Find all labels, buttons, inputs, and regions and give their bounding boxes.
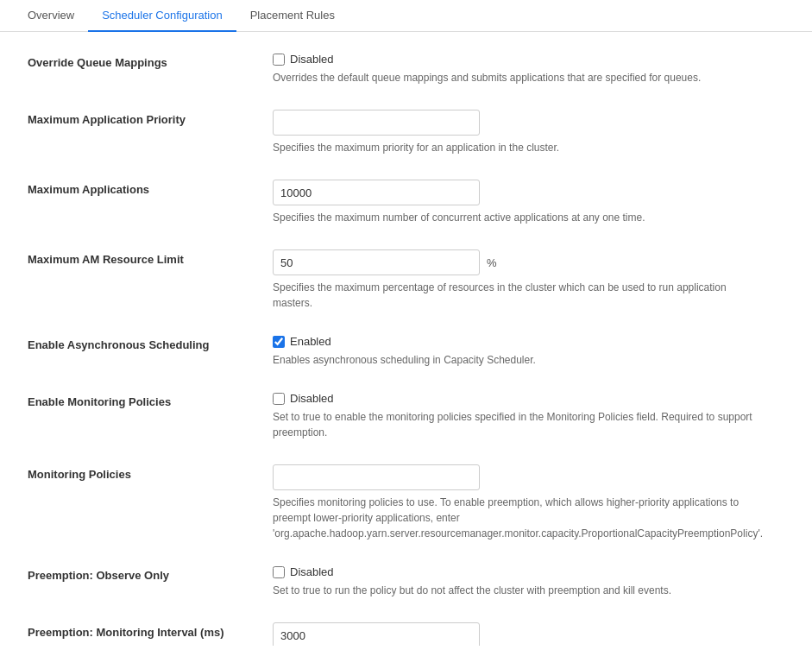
control-maximum-applications: Specifies the maximum number of concurre… xyxy=(273,180,784,225)
form-row-preemption-observe-only: Preemption: Observe OnlyDisabledSet to t… xyxy=(28,565,784,598)
tab-bar: OverviewScheduler ConfigurationPlacement… xyxy=(0,0,812,32)
form-row-override-queue-mappings: Override Queue MappingsDisabledOverrides… xyxy=(28,53,784,85)
control-enable-monitoring-policies: DisabledSet to true to enable the monito… xyxy=(273,392,784,440)
checkbox-row-enable-asynchronous-scheduling: Enabled xyxy=(273,335,784,348)
label-preemption-observe-only: Preemption: Observe Only xyxy=(28,565,252,582)
input-monitoring-policies[interactable] xyxy=(273,464,480,490)
label-override-queue-mappings: Override Queue Mappings xyxy=(28,53,252,69)
input-maximum-am-resource-limit[interactable] xyxy=(273,249,480,275)
input-maximum-application-priority[interactable] xyxy=(273,110,480,136)
control-maximum-application-priority: Specifies the maximum priority for an ap… xyxy=(273,110,784,155)
control-preemption-monitoring-interval: Milliseconds between invocations of the … xyxy=(273,622,784,646)
field-row-maximum-am-resource-limit: % xyxy=(273,249,784,275)
description-enable-asynchronous-scheduling: Enables asynchronous scheduling in Capac… xyxy=(273,352,756,368)
checkbox-row-enable-monitoring-policies: Disabled xyxy=(273,392,784,405)
tab-scheduler-config[interactable]: Scheduler Configuration xyxy=(88,0,236,32)
input-preemption-monitoring-interval[interactable] xyxy=(273,622,480,646)
control-enable-asynchronous-scheduling: EnabledEnables asynchronous scheduling i… xyxy=(273,335,784,368)
tab-placement-rules[interactable]: Placement Rules xyxy=(236,0,349,32)
form-row-preemption-monitoring-interval: Preemption: Monitoring Interval (ms)Mill… xyxy=(28,622,784,646)
control-monitoring-policies: Specifies monitoring policies to use. To… xyxy=(273,464,784,541)
description-enable-monitoring-policies: Set to true to enable the monitoring pol… xyxy=(273,409,756,440)
unit-maximum-am-resource-limit: % xyxy=(487,256,497,269)
label-preemption-monitoring-interval: Preemption: Monitoring Interval (ms) xyxy=(28,622,252,639)
control-override-queue-mappings: DisabledOverrides the default queue mapp… xyxy=(273,53,784,85)
label-maximum-application-priority: Maximum Application Priority xyxy=(28,110,252,126)
description-preemption-observe-only: Set to true to run the policy but do not… xyxy=(273,583,756,598)
label-monitoring-policies: Monitoring Policies xyxy=(28,464,252,481)
tab-overview[interactable]: Overview xyxy=(14,0,88,32)
label-enable-asynchronous-scheduling: Enable Asynchronous Scheduling xyxy=(28,335,252,351)
form-row-enable-monitoring-policies: Enable Monitoring PoliciesDisabledSet to… xyxy=(28,392,784,440)
form-row-maximum-application-priority: Maximum Application PrioritySpecifies th… xyxy=(28,110,784,155)
description-maximum-applications: Specifies the maximum number of concurre… xyxy=(273,210,756,225)
checkbox-label-enable-monitoring-policies: Disabled xyxy=(290,392,334,405)
control-preemption-observe-only: DisabledSet to true to run the policy bu… xyxy=(273,565,784,598)
label-enable-monitoring-policies: Enable Monitoring Policies xyxy=(28,392,252,408)
checkbox-label-preemption-observe-only: Disabled xyxy=(290,565,334,578)
form-row-monitoring-policies: Monitoring PoliciesSpecifies monitoring … xyxy=(28,464,784,541)
description-override-queue-mappings: Overrides the default queue mappings and… xyxy=(273,70,756,85)
control-maximum-am-resource-limit: %Specifies the maximum percentage of res… xyxy=(273,249,784,311)
main-content: Override Queue MappingsDisabledOverrides… xyxy=(0,32,812,646)
form-row-maximum-am-resource-limit: Maximum AM Resource Limit%Specifies the … xyxy=(28,249,784,311)
form-row-enable-asynchronous-scheduling: Enable Asynchronous SchedulingEnabledEna… xyxy=(28,335,784,368)
form-row-maximum-applications: Maximum ApplicationsSpecifies the maximu… xyxy=(28,180,784,225)
checkbox-row-override-queue-mappings: Disabled xyxy=(273,53,784,66)
checkbox-label-enable-asynchronous-scheduling: Enabled xyxy=(290,335,331,348)
checkbox-override-queue-mappings[interactable] xyxy=(273,54,285,66)
label-maximum-am-resource-limit: Maximum AM Resource Limit xyxy=(28,249,252,266)
checkbox-enable-monitoring-policies[interactable] xyxy=(273,393,285,405)
input-maximum-applications[interactable] xyxy=(273,180,480,205)
checkbox-row-preemption-observe-only: Disabled xyxy=(273,565,784,578)
description-monitoring-policies: Specifies monitoring policies to use. To… xyxy=(273,495,756,541)
label-maximum-applications: Maximum Applications xyxy=(28,180,252,196)
description-maximum-application-priority: Specifies the maximum priority for an ap… xyxy=(273,140,756,155)
description-maximum-am-resource-limit: Specifies the maximum percentage of reso… xyxy=(273,280,756,311)
checkbox-label-override-queue-mappings: Disabled xyxy=(290,53,334,66)
checkbox-enable-asynchronous-scheduling[interactable] xyxy=(273,336,285,348)
checkbox-preemption-observe-only[interactable] xyxy=(273,566,285,578)
